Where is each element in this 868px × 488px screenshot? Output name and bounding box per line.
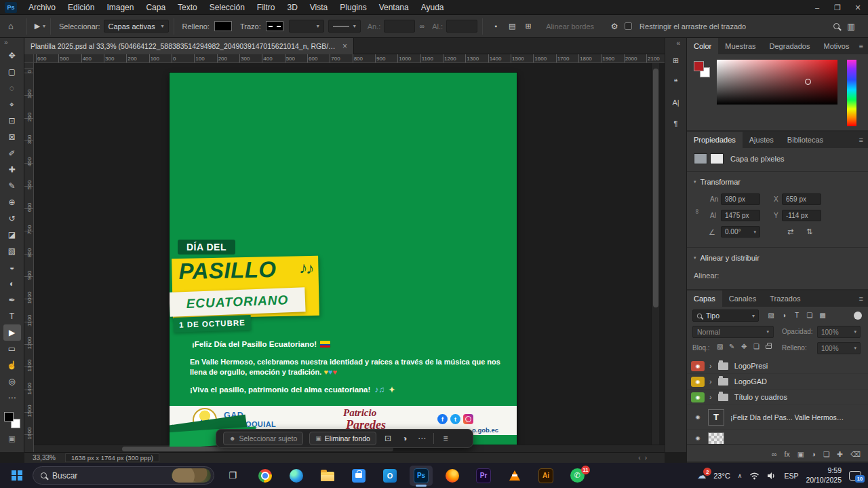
taskbar-photoshop[interactable]: Ps — [406, 464, 437, 487]
blend-mode-dropdown[interactable]: Normal ▾ — [692, 326, 774, 338]
tab-degradados[interactable]: Degradados — [763, 38, 817, 54]
taskbar-search[interactable]: Buscar — [33, 466, 214, 485]
layer-visibility-toggle[interactable]: ◉ — [693, 435, 703, 441]
rectangular-marquee-tool[interactable]: ▢ — [3, 64, 21, 80]
taskbar-vlc[interactable] — [499, 464, 530, 487]
path-operations-icon[interactable]: ▪ — [488, 22, 504, 30]
canvas-document[interactable]: DÍA DEL PASILLO ♪♪ ECUATORIANO 1 DE OCTU… — [170, 73, 517, 447]
layer-style-icon[interactable]: fx — [784, 450, 789, 458]
fill-swatch[interactable] — [214, 21, 232, 31]
restore-button[interactable]: ❐ — [827, 0, 848, 15]
taskbar-store[interactable] — [343, 464, 374, 487]
brushes-panel-icon[interactable]: ⊞ — [668, 53, 684, 68]
bar-properties-icon[interactable]: ≡ — [440, 434, 451, 443]
zoom-level[interactable]: 33,33% — [33, 454, 56, 462]
panel-menu-icon[interactable]: ≡ — [859, 295, 868, 303]
lasso-tool[interactable]: ◌ — [3, 80, 21, 96]
taskbar-illustrator[interactable]: Ai — [530, 464, 561, 487]
transform-section-header[interactable]: ▾ Transformar — [694, 178, 741, 186]
crop-tool[interactable]: ⊡ — [3, 113, 21, 129]
foreground-color-swatch[interactable] — [4, 412, 14, 421]
panel-menu-icon[interactable]: ≡ — [859, 136, 868, 144]
vertical-scrollbar-thumb[interactable] — [653, 69, 658, 307]
layer-row[interactable]: ◉ — [687, 430, 868, 444]
scroll-left-icon[interactable]: ‹ — [638, 454, 640, 462]
lock-artboard-icon[interactable]: ❏ — [753, 343, 760, 350]
close-button[interactable]: ✕ — [848, 0, 868, 15]
select-mode-dropdown[interactable]: Capas activas ▾ — [104, 20, 169, 33]
taskbar-firefox[interactable] — [437, 464, 468, 487]
taskbar-edge[interactable] — [281, 464, 312, 487]
expand-group-icon[interactable]: › — [709, 362, 712, 370]
hidden-icons-chevron[interactable]: ∧ — [738, 472, 743, 479]
filter-pixel-layers-icon[interactable]: ▨ — [766, 312, 776, 319]
path-alignment-icon[interactable]: ▤ — [504, 22, 520, 31]
y-field[interactable]: -114 px — [782, 210, 821, 221]
tab-motivos[interactable]: Motivos — [816, 38, 856, 54]
foreground-background-swatches[interactable] — [3, 411, 21, 429]
character-panel-icon[interactable]: A| — [668, 95, 684, 110]
document-info[interactable]: 1638 px x 1764 px (300 ppp) — [65, 453, 159, 462]
tab-capas[interactable]: Capas — [687, 290, 722, 307]
stroke-type-dropdown[interactable]: ▾ — [328, 20, 361, 33]
notification-center-icon[interactable]: 10 — [849, 471, 861, 481]
flip-horizontal-icon[interactable]: ⇄ — [787, 227, 793, 236]
paragraph-panel-icon[interactable]: ¶ — [668, 116, 684, 131]
filter-type-layers-icon[interactable]: T — [791, 312, 802, 319]
adjustment-layer-icon[interactable]: ◑ — [812, 450, 816, 458]
link-layers-icon[interactable]: ∞ — [772, 450, 777, 458]
menu-ventana[interactable]: Ventana — [373, 0, 415, 15]
stroke-swatch[interactable] — [266, 21, 283, 31]
close-document-icon[interactable]: × — [342, 41, 347, 51]
filter-shape-layers-icon[interactable]: ❏ — [804, 312, 815, 319]
layer-visibility-toggle[interactable]: ◉ — [693, 414, 703, 420]
path-arrangement-icon[interactable]: ⊞ — [520, 22, 536, 31]
layer-group-icon[interactable]: ❏ — [823, 450, 829, 458]
layer-visibility-toggle[interactable]: ◉ — [691, 392, 705, 402]
tab-propiedades[interactable]: Propiedades — [687, 132, 743, 148]
history-brush-tool[interactable]: ↺ — [3, 210, 21, 227]
saturation-brightness-field[interactable] — [717, 60, 837, 105]
foreground-color-swatch[interactable] — [694, 61, 704, 71]
layer-visibility-toggle[interactable]: ◉ — [691, 377, 705, 387]
lock-paint-icon[interactable]: ✎ — [729, 343, 734, 350]
weather-widget[interactable]: ☁ 2 — [697, 470, 706, 481]
layer-visibility-toggle[interactable]: ◉ — [691, 361, 705, 371]
rotation-field[interactable]: 0.00° ▾ — [721, 226, 760, 238]
path-selection-tool[interactable]: ▶ — [3, 324, 21, 341]
expand-group-icon[interactable]: › — [709, 377, 712, 386]
vertical-ruler[interactable]: 0100200300400500600700800900100011001200… — [24, 63, 34, 452]
blur-tool[interactable]: ◒ — [3, 259, 21, 276]
type-tool[interactable]: T — [3, 308, 21, 324]
frame-tool[interactable]: ⊠ — [3, 129, 21, 145]
start-button[interactable] — [7, 466, 27, 486]
flip-vertical-icon[interactable]: ⇅ — [806, 227, 812, 236]
scroll-right-icon[interactable]: › — [645, 454, 647, 462]
select-subject-button[interactable]: ☻ Seleccionar sujeto — [223, 432, 303, 445]
menu-texto[interactable]: Texto — [172, 0, 203, 15]
tab-bibliotecas[interactable]: Bibliotecas — [781, 132, 830, 148]
layer-mask-icon[interactable]: ▣ — [797, 450, 804, 458]
ruler-origin-corner[interactable] — [24, 54, 34, 63]
clock[interactable]: 9:59 20/10/2025 — [806, 466, 842, 484]
search-daily-image[interactable] — [172, 468, 211, 483]
edit-toolbar[interactable]: ⋯ — [3, 390, 21, 406]
task-view-button[interactable]: ❐ — [224, 467, 241, 485]
tab-trazados[interactable]: Trazados — [763, 290, 807, 307]
tab-color[interactable]: Color — [687, 38, 718, 54]
shape-height-field[interactable] — [446, 20, 477, 33]
volume-icon[interactable] — [767, 472, 776, 480]
workspace-switcher-icon[interactable]: ▥ — [840, 22, 863, 31]
tab-canales[interactable]: Canales — [722, 290, 763, 307]
healing-brush-tool[interactable]: ✚ — [3, 162, 21, 178]
taskbar-premiere[interactable]: Pr — [468, 464, 499, 487]
link-dimensions-icon[interactable]: ∞ — [694, 209, 701, 214]
layer-filter-dropdown[interactable]: Tipo ▾ — [692, 309, 759, 322]
lock-position-icon[interactable]: ✥ — [741, 343, 747, 350]
clone-stamp-tool[interactable]: ⊕ — [3, 194, 21, 210]
vertical-scrollbar[interactable] — [651, 63, 659, 445]
rectangle-tool[interactable]: ▭ — [3, 341, 21, 357]
menu-selección[interactable]: Selección — [203, 0, 251, 15]
gear-icon[interactable]: ⚙ — [604, 22, 625, 31]
fill-field[interactable]: 100% ▾ — [817, 342, 861, 354]
